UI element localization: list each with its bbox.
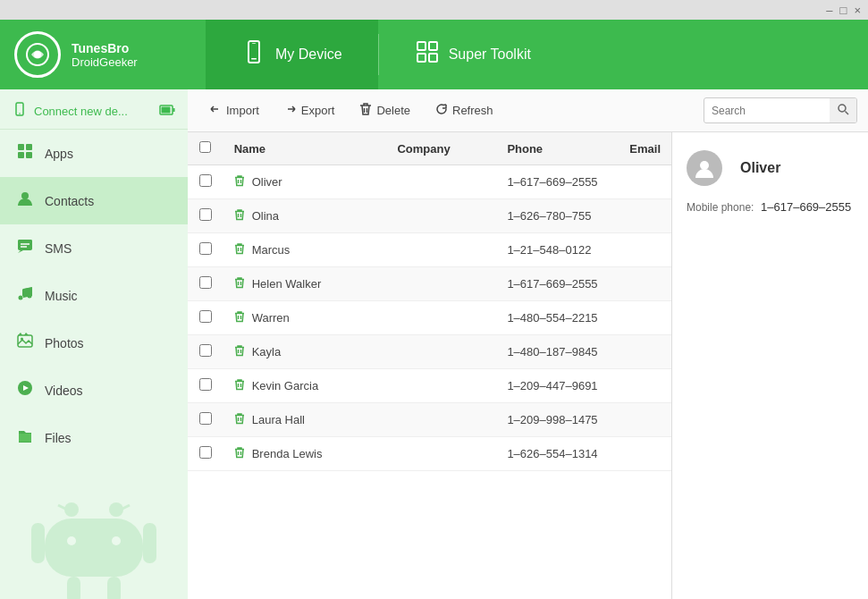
- tab-my-device[interactable]: My Device: [206, 20, 378, 89]
- apps-icon: [16, 142, 34, 165]
- row-delete-button[interactable]: [234, 242, 245, 257]
- row-checkbox[interactable]: [199, 276, 212, 289]
- row-phone: 1–480–187–9845: [496, 335, 619, 369]
- logo-text: TunesBro DroidGeeker: [72, 41, 138, 69]
- sidebar-item-apps-label: Apps: [45, 147, 73, 161]
- row-delete-button[interactable]: [234, 344, 245, 359]
- sidebar-item-files[interactable]: Files: [0, 414, 188, 461]
- row-checkbox[interactable]: [199, 344, 212, 357]
- row-name: Kevin Garcia: [252, 379, 318, 392]
- row-name-cell: Laura Hall: [223, 403, 387, 437]
- row-delete-button[interactable]: [234, 378, 245, 393]
- svg-rect-14: [18, 144, 24, 150]
- row-name: Helen Walker: [252, 277, 322, 291]
- svg-rect-5: [417, 42, 426, 50]
- sidebar-item-sms[interactable]: SMS: [0, 224, 188, 272]
- sidebar-item-contacts-label: Contacts: [45, 194, 94, 208]
- row-company: [386, 335, 496, 369]
- select-all-checkbox[interactable]: [199, 141, 211, 153]
- row-name: Marcus: [252, 243, 291, 257]
- row-checkbox[interactable]: [199, 310, 212, 323]
- contacts-icon: [16, 190, 34, 212]
- row-email: [619, 335, 671, 369]
- row-phone: 1–480–554–2215: [496, 301, 619, 335]
- detail-avatar: [687, 150, 722, 186]
- detail-name: Oliver: [740, 160, 780, 176]
- maximize-button[interactable]: □: [840, 4, 847, 17]
- row-delete-button[interactable]: [234, 208, 245, 224]
- sidebar-item-music-label: Music: [45, 289, 78, 303]
- svg-point-44: [839, 105, 846, 112]
- music-icon: [16, 284, 34, 307]
- svg-rect-33: [45, 519, 143, 577]
- search-button[interactable]: [830, 98, 856, 122]
- table-row: Kevin Garcia 1–209–447–9691: [188, 369, 671, 403]
- row-name-cell: Kayla: [223, 335, 387, 369]
- connect-left: Connect new de...: [13, 102, 128, 120]
- svg-rect-6: [429, 42, 437, 50]
- detail-mobile-label: Mobile phone:: [687, 201, 754, 214]
- search-box: [704, 97, 857, 123]
- row-delete-button[interactable]: [234, 174, 245, 190]
- tab-super-toolkit[interactable]: Super Toolkit: [379, 20, 567, 89]
- sidebar-item-apps[interactable]: Apps: [0, 130, 188, 177]
- battery-icon: [159, 103, 175, 119]
- row-delete-button[interactable]: [234, 276, 245, 291]
- svg-rect-16: [18, 152, 24, 158]
- close-button[interactable]: ×: [854, 4, 861, 17]
- delete-label: Delete: [376, 104, 410, 117]
- row-checkbox-cell: [188, 403, 223, 437]
- sidebar-item-videos[interactable]: Videos: [0, 367, 188, 414]
- row-checkbox-cell: [188, 165, 223, 199]
- minimize-button[interactable]: –: [826, 4, 832, 17]
- sidebar-item-photos[interactable]: Photos: [0, 319, 188, 367]
- svg-rect-7: [417, 54, 426, 62]
- export-button[interactable]: Export: [274, 97, 346, 123]
- sidebar-item-contacts[interactable]: Contacts: [0, 177, 188, 224]
- col-phone: Phone: [496, 132, 619, 165]
- row-email: [619, 199, 671, 233]
- row-checkbox[interactable]: [199, 412, 212, 425]
- name-with-delete: Brenda Lewis: [234, 446, 376, 461]
- row-checkbox[interactable]: [199, 208, 212, 221]
- row-checkbox[interactable]: [199, 242, 212, 255]
- svg-rect-35: [143, 523, 156, 563]
- detail-mobile-value: 1–617–669–2555: [761, 200, 851, 214]
- row-company: [386, 165, 496, 199]
- import-button[interactable]: Import: [198, 97, 270, 123]
- row-checkbox-cell: [188, 335, 223, 369]
- svg-rect-12: [162, 107, 171, 114]
- row-delete-button[interactable]: [234, 446, 245, 461]
- row-name: Laura Hall: [252, 413, 305, 426]
- row-delete-button[interactable]: [234, 412, 245, 427]
- files-icon: [16, 426, 34, 449]
- photos-icon: [16, 332, 34, 354]
- row-email: [619, 403, 671, 437]
- svg-rect-34: [31, 523, 45, 563]
- table-row: Brenda Lewis 1–626–554–1314: [188, 437, 671, 471]
- detail-mobile-field: Mobile phone: 1–617–669–2555: [687, 200, 854, 214]
- row-checkbox[interactable]: [199, 174, 212, 187]
- row-phone: 1–626–554–1314: [496, 437, 619, 471]
- name-with-delete: Warren: [234, 310, 376, 325]
- sidebar: Connect new de... Apps: [0, 89, 188, 599]
- row-name-cell: Marcus: [223, 233, 387, 267]
- table-row: Oliver 1–617–669–2555: [188, 165, 671, 199]
- svg-rect-13: [173, 108, 175, 112]
- refresh-icon: [435, 103, 448, 118]
- sidebar-item-sms-label: SMS: [45, 241, 72, 256]
- row-checkbox-cell: [188, 199, 223, 233]
- table-row: Warren 1–480–554–2215: [188, 301, 671, 335]
- row-checkbox[interactable]: [199, 446, 212, 459]
- sidebar-item-music[interactable]: Music: [0, 272, 188, 319]
- connect-text[interactable]: Connect new de...: [34, 105, 128, 118]
- svg-point-39: [112, 536, 121, 545]
- search-input[interactable]: [704, 100, 830, 122]
- table-row: Olina 1–626–780–755: [188, 199, 671, 233]
- refresh-button[interactable]: Refresh: [425, 97, 504, 123]
- delete-button[interactable]: Delete: [349, 97, 421, 124]
- row-checkbox[interactable]: [199, 378, 212, 391]
- svg-rect-4: [252, 43, 256, 44]
- row-delete-button[interactable]: [234, 310, 245, 325]
- brand-name: TunesBro: [72, 41, 138, 55]
